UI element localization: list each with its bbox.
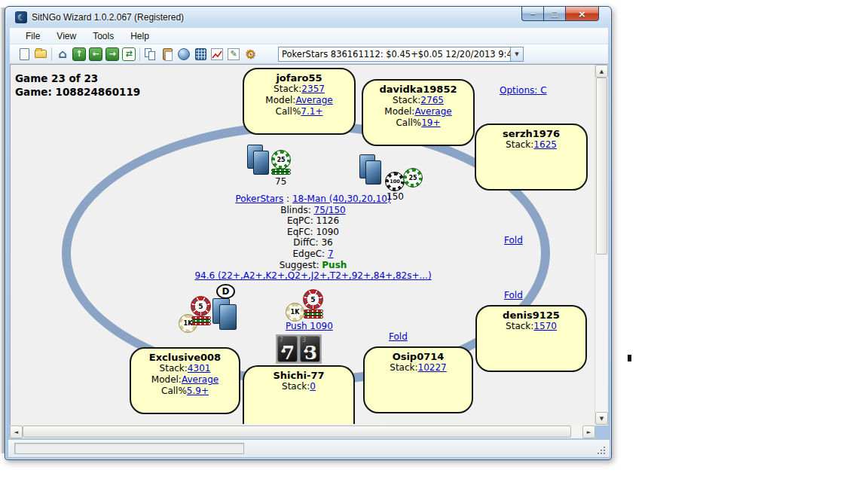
chip-1k: 1K <box>286 303 304 322</box>
horizontal-scrollbar[interactable]: ◄ ► <box>10 425 595 438</box>
menu-file[interactable]: File <box>17 29 48 43</box>
player-name: Exclusive008 <box>131 352 239 363</box>
call-link[interactable]: 19+ <box>421 117 440 128</box>
diffc-line: DiffC: 36 <box>183 237 443 249</box>
game-counter: Game 23 of 23 <box>15 72 140 85</box>
game-info: Game 23 of 23 Game: 108824860119 <box>15 72 140 99</box>
status-panel <box>14 443 244 454</box>
scroll-up-icon[interactable]: ▲ <box>595 65 608 78</box>
hero-hole-cards: 7 ♠ 7 3 ♠ 3 <box>276 334 322 364</box>
game-selector-value: PokerStars 836161112: $0.45+$0.05 12/20/… <box>279 49 510 59</box>
player-box-exclusive008: Exclusive008 Stack:4301 Model:Average Ca… <box>130 347 240 414</box>
refresh-icon[interactable]: ⇄ <box>121 47 137 62</box>
chip-stack <box>304 316 323 319</box>
settings-gear-icon[interactable]: ⚙ <box>242 47 258 62</box>
player-box-osip0714: Osip0714 Stack:10227 <box>363 346 473 413</box>
facedown-card <box>219 304 237 330</box>
resize-grip[interactable] <box>598 447 605 454</box>
bb-bet-amount: 150 <box>387 191 404 202</box>
chart-icon[interactable] <box>209 47 225 62</box>
facedown-card <box>365 160 381 185</box>
suggest-action: Push <box>322 260 347 270</box>
calculator-icon[interactable] <box>192 47 209 62</box>
vertical-scrollbar[interactable]: ▲ ▼ <box>594 65 607 425</box>
stack-link[interactable]: 2357 <box>301 84 325 94</box>
forward-arrow-icon[interactable]: → <box>104 47 121 62</box>
stack-link[interactable]: 4301 <box>188 363 211 374</box>
menu-view[interactable]: View <box>48 29 84 43</box>
chip-5: 5 <box>191 296 211 316</box>
globe-icon[interactable] <box>176 47 192 62</box>
vertical-scroll-thumb[interactable] <box>596 78 607 255</box>
menu-tools[interactable]: Tools <box>84 29 122 43</box>
new-file-icon[interactable] <box>16 47 32 62</box>
scroll-left-icon[interactable]: ◄ <box>10 425 23 438</box>
hole-card-3s: 3 ♠ 3 <box>300 336 320 362</box>
push-link[interactable]: Push 1090 <box>286 321 333 331</box>
sb-bet-amount: 75 <box>275 176 286 187</box>
fold-link-denis[interactable]: Fold <box>504 290 523 300</box>
scroll-down-icon[interactable]: ▼ <box>595 412 608 425</box>
fold-link-osip[interactable]: Fold <box>389 331 408 342</box>
close-button[interactable]: × <box>565 7 599 21</box>
maximize-button[interactable]: □ <box>543 7 565 21</box>
player-name: denis9125 <box>477 310 585 321</box>
separator: : <box>286 194 289 204</box>
toolbar-separator <box>51 47 52 61</box>
eqfc-line: EqFC: 1090 <box>183 227 443 238</box>
horizontal-scroll-thumb[interactable] <box>23 425 571 438</box>
push-range-link[interactable]: 94.6 (22+,A2+,K2+,Q2+,J2+,T2+,92+,84+,82… <box>194 270 431 281</box>
chip-25: 25 <box>271 150 291 169</box>
call-link[interactable]: 7.1+ <box>301 106 322 117</box>
edgec-link[interactable]: 7 <box>328 249 334 259</box>
model-link[interactable]: Average <box>295 95 332 105</box>
scroll-right-icon[interactable]: ► <box>582 425 595 438</box>
player-name: Shichi-77 <box>244 370 353 381</box>
facedown-card <box>253 151 269 175</box>
menu-help[interactable]: Help <box>122 29 157 43</box>
copy-icon[interactable] <box>142 47 159 62</box>
stack-link[interactable]: 0 <box>310 381 316 392</box>
back-arrow-icon[interactable]: ← <box>87 47 104 62</box>
options-link[interactable]: Options: C <box>500 85 547 96</box>
call-link[interactable]: 5.9+ <box>187 386 209 396</box>
player-box-denis9125: denis9125 Stack:1570 <box>475 305 587 372</box>
chip-25: 25 <box>403 168 423 188</box>
player-name: serzh1976 <box>476 128 586 139</box>
edgec-line: EdgeC: 7 <box>183 249 443 260</box>
up-arrow-icon[interactable]: ↑ <box>71 47 87 62</box>
open-folder-icon[interactable] <box>32 47 49 62</box>
site-link[interactable]: PokerStars <box>235 194 283 204</box>
fold-link-serzh[interactable]: Fold <box>504 235 523 246</box>
stack-link[interactable]: 2765 <box>420 95 444 105</box>
blinds-link[interactable]: 75/150 <box>314 205 346 215</box>
dropdown-arrow-icon[interactable]: ▼ <box>510 47 523 61</box>
model-link[interactable]: Average <box>182 374 219 385</box>
game-id: Game: 108824860119 <box>15 85 140 99</box>
title-bar: ☾ SitNGo Wizard 1.0.2.067 (Registered) ─… <box>5 7 611 28</box>
player-box-jofaro55: jofaro55 Stack:2357 Model:Average Call%7… <box>243 68 356 135</box>
stack-link[interactable]: 10227 <box>418 362 447 373</box>
minimize-button[interactable]: ─ <box>521 7 543 21</box>
stack-link[interactable]: 1570 <box>533 321 557 331</box>
game-selector[interactable]: PokerStars 836161112: $0.45+$0.05 12/20/… <box>278 47 524 62</box>
table-view: Game 23 of 23 Game: 108824860119 Options… <box>10 64 608 425</box>
hand-summary: PokerStars : 18-Man (40,30,20,10) Blinds… <box>183 194 443 282</box>
site-structure-line: PokerStars : 18-Man (40,30,20,10) <box>183 194 443 205</box>
eqpc-line: EqPC: 1126 <box>183 215 443 227</box>
menu-bar: File View Tools Help <box>10 28 608 44</box>
suggest-line: Suggest: Push <box>183 260 443 271</box>
model-link[interactable]: Average <box>414 106 451 117</box>
edit-pencil-icon[interactable]: ✎ <box>225 47 242 62</box>
home-icon[interactable]: ⌂ <box>54 47 71 62</box>
blinds-line: Blinds: 75/150 <box>183 205 443 216</box>
chip-stack <box>191 322 211 325</box>
stack-link[interactable]: 1625 <box>533 139 557 150</box>
player-box-davidka19852: davidka19852 Stack:2765 Model:Average Ca… <box>362 79 475 146</box>
chip-100: 100 <box>385 172 405 191</box>
window-title: SitNGo Wizard 1.0.2.067 (Registered) <box>32 12 184 23</box>
player-box-serzh1976: serzh1976 Stack:1625 <box>475 124 588 191</box>
paste-icon[interactable] <box>159 47 176 62</box>
structure-link[interactable]: 18-Man (40,30,20,10) <box>292 194 391 204</box>
player-name: davidka19852 <box>363 84 473 95</box>
